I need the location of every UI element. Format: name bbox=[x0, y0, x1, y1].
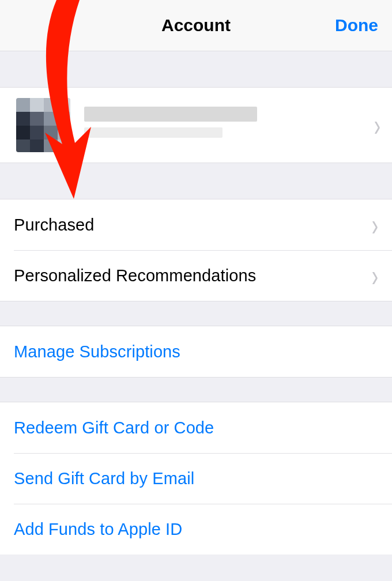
list-section-general: Purchased › Personalized Recommendations… bbox=[0, 199, 392, 301]
svg-rect-3 bbox=[44, 98, 58, 112]
chevron-right-icon: › bbox=[372, 207, 378, 243]
svg-rect-9 bbox=[16, 126, 30, 139]
svg-rect-12 bbox=[58, 126, 70, 139]
section-gap bbox=[0, 51, 392, 88]
section-gap bbox=[0, 377, 392, 402]
profile-row[interactable]: › bbox=[0, 88, 392, 163]
done-button[interactable]: Done bbox=[335, 16, 378, 35]
chevron-right-icon: › bbox=[372, 258, 378, 293]
row-manage-subscriptions[interactable]: Manage Subscriptions bbox=[0, 326, 392, 377]
svg-rect-15 bbox=[44, 139, 58, 152]
svg-rect-13 bbox=[16, 139, 30, 152]
svg-rect-5 bbox=[16, 112, 30, 126]
svg-rect-6 bbox=[30, 112, 44, 126]
svg-rect-11 bbox=[44, 126, 58, 139]
svg-rect-14 bbox=[30, 139, 44, 152]
row-label: Manage Subscriptions bbox=[14, 342, 378, 361]
row-label: Send Gift Card by Email bbox=[14, 469, 378, 488]
svg-rect-7 bbox=[44, 112, 58, 126]
list-section-gift: Redeem Gift Card or Code Send Gift Card … bbox=[0, 402, 392, 554]
profile-name-redacted bbox=[84, 107, 370, 144]
row-personalized-recommendations[interactable]: Personalized Recommendations › bbox=[0, 250, 392, 301]
avatar bbox=[16, 98, 70, 152]
svg-rect-8 bbox=[58, 112, 70, 126]
svg-rect-4 bbox=[58, 98, 70, 112]
svg-rect-1 bbox=[16, 98, 30, 112]
row-label: Personalized Recommendations bbox=[14, 266, 367, 285]
svg-rect-2 bbox=[30, 98, 44, 112]
chevron-right-icon: › bbox=[374, 107, 380, 143]
row-label: Add Funds to Apple ID bbox=[14, 520, 378, 539]
row-label: Redeem Gift Card or Code bbox=[14, 418, 378, 437]
page-title: Account bbox=[161, 16, 231, 35]
row-purchased[interactable]: Purchased › bbox=[0, 199, 392, 250]
row-redeem-gift-card[interactable]: Redeem Gift Card or Code bbox=[0, 402, 392, 453]
svg-rect-10 bbox=[30, 126, 44, 139]
section-gap bbox=[0, 163, 392, 199]
section-gap bbox=[0, 301, 392, 326]
row-send-gift-card[interactable]: Send Gift Card by Email bbox=[0, 453, 392, 504]
row-label: Purchased bbox=[14, 216, 367, 235]
svg-rect-16 bbox=[58, 139, 70, 152]
list-section-subscriptions: Manage Subscriptions bbox=[0, 326, 392, 377]
header-bar: Account Done bbox=[0, 0, 392, 51]
row-add-funds[interactable]: Add Funds to Apple ID bbox=[0, 504, 392, 554]
